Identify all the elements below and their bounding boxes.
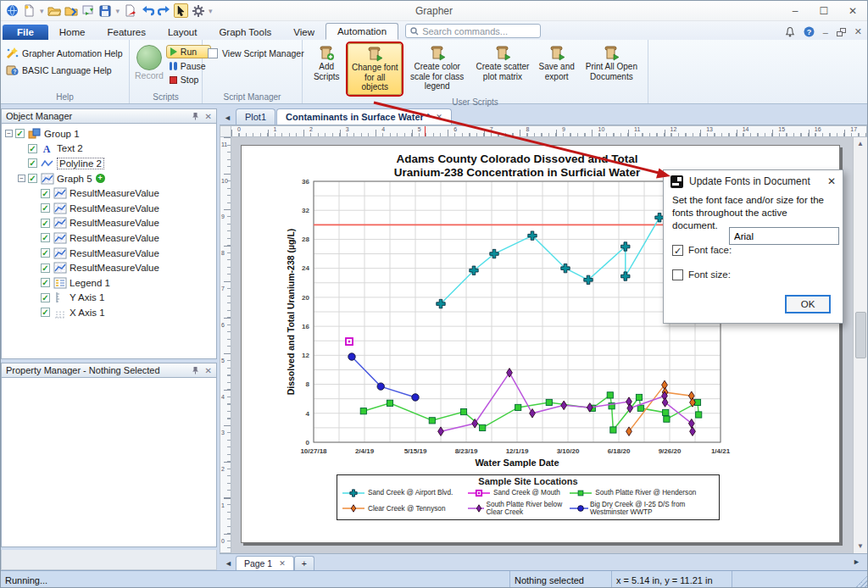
tree-item-resultmeasurevalue[interactable]: ✓ResultMeasureValue — [2, 201, 216, 216]
visibility-checkbox[interactable]: ✓ — [41, 293, 50, 302]
vertical-scrollbar[interactable]: ▲ ▼ — [853, 137, 867, 553]
visibility-checkbox[interactable]: ✓ — [41, 248, 50, 258]
save-icon[interactable] — [98, 3, 113, 18]
reload-data-icon[interactable] — [81, 3, 96, 18]
page-tab-scroll-right-icon[interactable]: ► — [851, 557, 864, 569]
add-page-tab[interactable]: + — [294, 556, 314, 570]
visibility-checkbox[interactable]: ✓ — [15, 129, 25, 138]
visibility-checkbox[interactable]: ✓ — [41, 278, 50, 287]
save-and-export-button[interactable]: Save and export — [536, 43, 578, 83]
tree-item-y-axis-1[interactable]: ✓Y Axis 1 — [2, 291, 216, 306]
close-tab-icon[interactable]: ✕ — [436, 113, 442, 121]
new-document-dropdown[interactable]: ▾ — [40, 7, 44, 15]
new-document-icon[interactable] — [22, 3, 36, 18]
ruler-number: 1 — [274, 126, 277, 132]
property-manager-body — [1, 378, 217, 547]
tab-features[interactable]: Features — [97, 25, 157, 40]
expander-spacer — [18, 159, 25, 167]
pin-icon[interactable] — [192, 112, 199, 120]
visibility-checkbox[interactable]: ✓ — [41, 219, 50, 228]
dialog-title-bar[interactable]: Update Fonts in Document ✕ — [664, 170, 843, 192]
resize-grip[interactable] — [855, 571, 867, 588]
page-tab-scroll-left-icon[interactable]: ◄ — [223, 559, 236, 570]
visibility-checkbox[interactable]: ✓ — [28, 158, 37, 168]
scrollbar-thumb[interactable] — [855, 312, 866, 358]
tree-item-graph-5[interactable]: −✓Graph 5+ — [2, 171, 216, 186]
doc-tab-contaminants[interactable]: Contaminants in Surface Water * ✕ — [276, 108, 452, 125]
maximize-button[interactable]: ☐ — [810, 2, 838, 20]
minimize-button[interactable]: – — [781, 2, 810, 20]
tree-item-x-axis-1[interactable]: ✓X Axis 1 — [2, 305, 216, 320]
ok-button[interactable]: OK — [785, 295, 831, 313]
export-pdf-icon[interactable] — [123, 3, 137, 18]
close-page-icon[interactable]: ✕ — [279, 559, 286, 568]
change-font-for-all-objects-button[interactable]: Change font for all objects — [348, 43, 402, 95]
grapher-automation-help-button[interactable]: Grapher Automation Help — [6, 47, 122, 59]
doc-tab-plot1[interactable]: Plot1 — [236, 108, 275, 125]
search-commands-input[interactable]: Search commands... — [405, 24, 541, 38]
restore-window-icon[interactable] — [837, 28, 846, 36]
add-scripts-button[interactable]: Add Scripts — [308, 43, 345, 83]
save-dropdown[interactable]: ▾ — [116, 7, 120, 15]
visibility-checkbox[interactable]: ✓ — [41, 263, 50, 273]
svg-text:A: A — [43, 143, 51, 154]
tab-home[interactable]: Home — [48, 25, 97, 40]
tree-item-legend-1[interactable]: ✓Legend 1 — [2, 275, 216, 291]
help-icon[interactable]: ? — [804, 26, 815, 37]
basic-language-help-button[interactable]: ? BASIC Language Help — [6, 64, 122, 76]
select-arrow-icon[interactable] — [174, 3, 188, 18]
open-file-icon[interactable] — [47, 3, 62, 18]
tab-graph-tools[interactable]: Graph Tools — [208, 25, 282, 40]
scroll-up-icon[interactable]: ▲ — [854, 137, 867, 151]
add-plot-badge-icon[interactable]: + — [96, 174, 105, 183]
view-script-manager-checkbox[interactable]: View Script Manager — [208, 43, 304, 58]
ruler-number: 8 — [526, 126, 529, 132]
customize-qat-icon[interactable]: ▾ — [209, 7, 213, 15]
visibility-checkbox[interactable]: ✓ — [28, 174, 37, 183]
visibility-checkbox[interactable]: ✓ — [41, 203, 50, 213]
notification-bell-icon[interactable] — [785, 26, 795, 37]
options-gear-icon[interactable] — [191, 3, 205, 18]
ruler-number: 2 — [309, 126, 313, 132]
scroll-down-icon[interactable]: ▼ — [854, 540, 867, 553]
create-color-scale-button[interactable]: Create color scale for class legend — [404, 43, 470, 93]
collapse-expander-icon[interactable]: − — [18, 175, 25, 182]
open-online-icon[interactable] — [64, 3, 79, 18]
ribbon-minimize-icon[interactable]: – — [823, 27, 828, 37]
collapse-expander-icon[interactable]: − — [5, 130, 13, 137]
close-panel-icon[interactable]: ✕ — [205, 366, 212, 375]
tree-item-resultmeasurevalue[interactable]: ✓ResultMeasureValue — [2, 246, 216, 261]
visibility-checkbox[interactable]: ✓ — [41, 308, 50, 317]
tab-automation[interactable]: Automation — [326, 23, 398, 40]
visibility-checkbox[interactable]: ✓ — [28, 144, 37, 153]
font-face-checkbox[interactable]: ✓ — [672, 245, 683, 256]
page-1-tab[interactable]: Page 1 ✕ — [236, 556, 294, 570]
doc-tab-scroll-left-icon[interactable]: ◄ — [221, 114, 236, 125]
tab-file[interactable]: File — [3, 25, 48, 40]
tree-item-group-1[interactable]: −✓Group 1 — [2, 126, 216, 141]
tab-view[interactable]: View — [282, 25, 326, 40]
tree-item-resultmeasurevalue[interactable]: ✓ResultMeasureValue — [2, 230, 216, 246]
tree-item-polyline-2[interactable]: ✓Polyline 2 — [2, 156, 216, 171]
undo-icon[interactable] — [140, 3, 154, 18]
tree-item-resultmeasurevalue[interactable]: ✓ResultMeasureValue — [2, 260, 216, 275]
tab-layout[interactable]: Layout — [157, 25, 209, 40]
tree-item-resultmeasurevalue[interactable]: ✓ResultMeasureValue — [2, 186, 216, 201]
dialog-close-icon[interactable]: ✕ — [827, 175, 836, 187]
create-scatter-matrix-button[interactable]: Create scatter plot matrix — [472, 43, 532, 83]
print-all-open-documents-button[interactable]: Print All Open Documents — [581, 43, 643, 83]
ruler-number: 15 — [778, 126, 785, 132]
redo-icon[interactable] — [157, 3, 171, 18]
tree-item-resultmeasurevalue[interactable]: ✓ResultMeasureValue — [2, 216, 216, 231]
font-face-input[interactable] — [729, 227, 839, 245]
visibility-checkbox[interactable]: ✓ — [41, 233, 50, 242]
record-button[interactable]: Record — [135, 43, 164, 80]
close-panel-icon[interactable]: ✕ — [205, 112, 212, 121]
close-document-icon[interactable]: ✕ — [854, 26, 862, 37]
visibility-checkbox[interactable]: ✓ — [41, 189, 50, 198]
tree-item-text-2[interactable]: ✓AText 2 — [2, 141, 216, 157]
close-button[interactable]: ✕ — [838, 2, 867, 20]
pin-icon[interactable] — [192, 366, 199, 374]
font-size-checkbox[interactable] — [672, 269, 683, 280]
grapher-logo-icon[interactable] — [5, 3, 19, 18]
